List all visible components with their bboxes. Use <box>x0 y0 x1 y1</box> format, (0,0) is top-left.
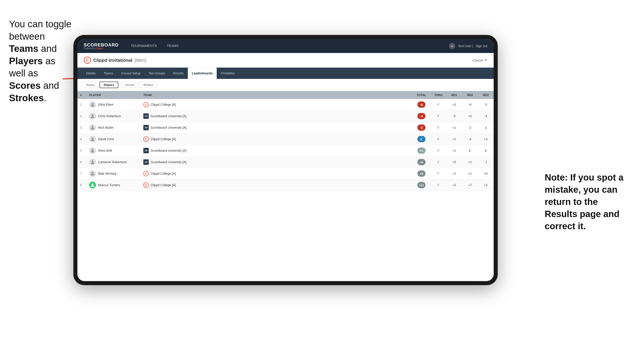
cell-rd1: +2 <box>446 179 462 191</box>
cell-total: +6 <box>412 157 430 168</box>
player-name: Marcus Turners <box>98 183 120 187</box>
player-name: Rees Britt <box>98 149 112 152</box>
cell-rank: 8 <box>78 179 86 191</box>
cell-total: +11 <box>412 179 430 191</box>
cell-thru: F <box>430 179 446 191</box>
cell-player: Cameron Robertson <box>86 157 141 168</box>
sub-nav: Details Teams Course Setup Tee Groups Re… <box>78 68 494 79</box>
cell-rd2: -4 <box>462 134 478 145</box>
cell-total: -8 <box>412 99 430 110</box>
col-rd3: RD3 <box>478 91 494 99</box>
cell-rd1: +1 <box>446 145 462 157</box>
cell-total: -2 <box>412 122 430 134</box>
cell-rd3: -5 <box>478 99 494 110</box>
team-name: Clippd College [A] <box>150 137 176 141</box>
tab-tee-groups[interactable]: Tee Groups <box>145 68 169 79</box>
nav-teams[interactable]: TEAMS <box>162 39 184 53</box>
tab-leaderboards[interactable]: Leaderboards <box>188 68 217 79</box>
cell-rd1: -5 <box>446 110 462 122</box>
cell-rd2: E <box>462 145 478 157</box>
player-avatar <box>89 182 96 188</box>
cell-rd3: -1 <box>478 122 494 134</box>
tab-printables[interactable]: Printables <box>217 68 239 79</box>
svg-point-5 <box>92 149 94 151</box>
cell-rd2: +7 <box>462 179 478 191</box>
cell-rd3: +6 <box>478 168 494 179</box>
cell-total: +1 <box>412 145 430 157</box>
tablet-screen: SCOREBOARD Powered by clippd TOURNAMENTS… <box>78 39 494 281</box>
main-nav: TOURNAMENTS TEAMS <box>126 39 449 53</box>
player-name: Blair McHarg <box>98 172 116 175</box>
cell-team: SBScoreboard University [A] <box>141 157 412 168</box>
logo-title: SCOREBOARD <box>84 42 118 48</box>
cell-thru: F <box>430 145 446 157</box>
cell-team: CClippd College [A] <box>141 168 412 179</box>
player-name: Cameron Robertson <box>98 160 127 164</box>
cell-team: SBScoreboard University [A] <box>141 145 412 157</box>
cell-thru: F <box>430 110 446 122</box>
player-avatar <box>89 159 96 166</box>
cell-player: Rich Butler <box>86 122 141 134</box>
user-icon: U <box>449 43 455 49</box>
tab-course-setup[interactable]: Course Setup <box>117 68 145 79</box>
team-name: Scoreboard University [A] <box>150 149 186 152</box>
team-name: Clippd College [A] <box>150 103 176 106</box>
cell-team: SBScoreboard University [A] <box>141 110 412 122</box>
toggle-players[interactable]: Players <box>100 82 118 88</box>
team-name: Scoreboard University [A] <box>150 160 186 164</box>
cell-rd1: +2 <box>446 168 462 179</box>
cell-rank: 6 <box>78 157 86 168</box>
tab-details[interactable]: Details <box>82 68 100 79</box>
cell-thru: F <box>430 168 446 179</box>
col-rd2: RD2 <box>462 91 478 99</box>
cell-rd3: -1 <box>478 157 494 168</box>
cell-team: CClippd College [A] <box>141 99 412 110</box>
cancel-button[interactable]: Cancel ✕ <box>472 58 487 62</box>
player-name: David Ford <box>98 137 114 141</box>
col-player: PLAYER <box>86 91 141 99</box>
player-name: Elliot Ebert <box>98 103 114 106</box>
cell-rd1: +3 <box>446 99 462 110</box>
player-avatar <box>89 124 96 131</box>
svg-point-7 <box>92 172 94 174</box>
cell-rank: 4 <box>78 134 86 145</box>
toggle-teams[interactable]: Teams <box>82 82 98 88</box>
tab-results[interactable]: Results <box>169 68 188 79</box>
cell-rd3: -4 <box>478 110 494 122</box>
cell-rd2: -6 <box>462 99 478 110</box>
cell-thru: F <box>430 134 446 145</box>
col-team: TEAM <box>141 91 412 99</box>
cell-player: Marcus Turners <box>86 179 141 191</box>
cell-thru: F <box>430 157 446 168</box>
cell-total: E <box>412 134 430 145</box>
col-rank: # <box>78 91 86 99</box>
player-name: Rich Butler <box>98 126 114 129</box>
toggle-strokes[interactable]: Strokes <box>140 82 157 88</box>
cell-team: CClippd College [A] <box>141 134 412 145</box>
leaderboard-table: # PLAYER TEAM TOTAL THRU RD1 RD2 RD3 1El… <box>78 91 494 191</box>
toggle-row: Teams Players Scores Strokes <box>78 79 494 91</box>
cell-rd2: +5 <box>462 110 478 122</box>
sign-out-link[interactable]: Sign out <box>476 44 487 48</box>
table-row: 4David FordCClippd College [A]EF+1-4+3 <box>78 134 494 145</box>
table-row: 1Elliot EbertCClippd College [A]-8F+3-6-… <box>78 99 494 110</box>
cell-thru: F <box>430 122 446 134</box>
table-row: 6Cameron RobertsonSBScoreboard Universit… <box>78 157 494 168</box>
cell-rank: 7 <box>78 168 86 179</box>
svg-point-2 <box>92 115 94 116</box>
player-name: Chris Robertson <box>98 114 121 118</box>
player-avatar <box>89 147 96 154</box>
cell-player: Blair McHarg <box>86 168 141 179</box>
logo-subtitle: Powered by clippd <box>84 47 118 50</box>
toggle-scores[interactable]: Scores <box>122 82 138 88</box>
svg-point-6 <box>92 161 94 162</box>
col-total: TOTAL <box>412 91 430 99</box>
tab-teams[interactable]: Teams <box>100 68 117 79</box>
table-row: 2Chris RobertsonSBScoreboard University … <box>78 110 494 122</box>
cell-player: Elliot Ebert <box>86 99 141 110</box>
user-label: Test User | <box>458 44 473 48</box>
player-avatar <box>89 101 96 108</box>
nav-tournaments[interactable]: TOURNAMENTS <box>126 39 162 53</box>
team-name: Clippd College [A] <box>150 172 176 175</box>
cell-rd3: +3 <box>478 134 494 145</box>
